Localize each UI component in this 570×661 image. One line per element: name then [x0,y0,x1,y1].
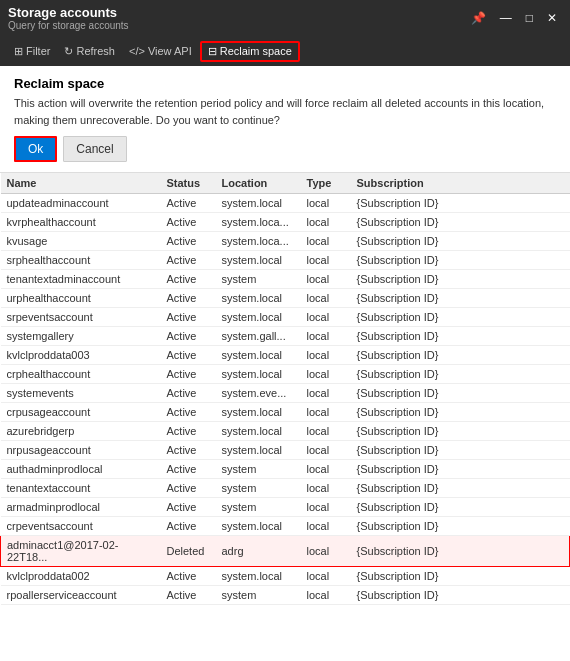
cell-name: systemevents [1,384,161,403]
cell-name: armadminprodlocal [1,498,161,517]
cell-status: Active [161,422,216,441]
table-row[interactable]: crpusageaccountActivesystem.locallocal{S… [1,403,570,422]
cell-status: Active [161,586,216,605]
filter-button[interactable]: ⊞ Filter [8,43,56,60]
cell-type: local [301,327,351,346]
cell-name: updateadminaccount [1,194,161,213]
cell-type: local [301,213,351,232]
cell-status: Active [161,232,216,251]
view-api-button[interactable]: </> View API [123,43,198,59]
table-row[interactable]: srphealthaccountActivesystem.locallocal{… [1,251,570,270]
cell-subscription: {Subscription ID} [351,498,570,517]
cell-type: local [301,384,351,403]
cell-name: kvlclproddata002 [1,567,161,586]
cell-subscription: {Subscription ID} [351,194,570,213]
cell-subscription: {Subscription ID} [351,251,570,270]
cell-name: kvrphealthaccount [1,213,161,232]
cell-type: local [301,270,351,289]
table-row[interactable]: crpeventsaccountActivesystem.locallocal{… [1,517,570,536]
filter-label: Filter [26,45,50,57]
cell-status: Active [161,365,216,384]
cell-name: srpeventsaccount [1,308,161,327]
cell-name: tenantextaccount [1,479,161,498]
cell-name: srphealthaccount [1,251,161,270]
table-row[interactable]: azurebridgerpActivesystem.locallocal{Sub… [1,422,570,441]
table-row[interactable]: kvlclproddata003Activesystem.locallocal{… [1,346,570,365]
toolbar: ⊞ Filter ↻ Refresh </> View API ⊟ Reclai… [0,36,570,66]
window-subtitle: Query for storage accounts [8,20,129,31]
table-row[interactable]: armadminprodlocalActivesystemlocal{Subsc… [1,498,570,517]
table-header: Name Status Location Type Subscription [1,173,570,194]
table-row[interactable]: tenantextaccountActivesystemlocal{Subscr… [1,479,570,498]
cell-location: system [216,498,301,517]
cell-location: system.local [216,308,301,327]
cell-location: system.eve... [216,384,301,403]
cell-location: system [216,586,301,605]
cell-location: system.local [216,365,301,384]
table-row[interactable]: srpeventsaccountActivesystem.locallocal{… [1,308,570,327]
maximize-button[interactable]: □ [521,9,538,27]
col-header-name: Name [1,173,161,194]
table-row[interactable]: kvlclproddata002Activesystem.locallocal{… [1,567,570,586]
table-row[interactable]: kvusageActivesystem.loca...local{Subscri… [1,232,570,251]
pin-button[interactable]: 📌 [466,9,491,27]
cell-type: local [301,194,351,213]
table-container[interactable]: Name Status Location Type Subscription u… [0,173,570,661]
cell-status: Active [161,441,216,460]
cell-subscription: {Subscription ID} [351,517,570,536]
cell-location: system.local [216,289,301,308]
cell-subscription: {Subscription ID} [351,479,570,498]
table-row[interactable]: adminacct1@2017-02-22T18...Deletedadrglo… [1,536,570,567]
title-bar-left: Storage accounts Query for storage accou… [8,5,129,31]
cell-type: local [301,365,351,384]
table-row[interactable]: rpoallerserviceaccountActivesystemlocal{… [1,586,570,605]
table-body: updateadminaccountActivesystem.localloca… [1,194,570,605]
refresh-button[interactable]: ↻ Refresh [58,43,121,60]
reclaim-label: Reclaim space [220,45,292,57]
cell-type: local [301,251,351,270]
reclaim-space-button[interactable]: ⊟ Reclaim space [200,41,300,62]
ok-button[interactable]: Ok [14,136,57,162]
cell-location: system.loca... [216,213,301,232]
cell-subscription: {Subscription ID} [351,403,570,422]
table-row[interactable]: kvrphealthaccountActivesystem.loca...loc… [1,213,570,232]
close-button[interactable]: ✕ [542,9,562,27]
reclaim-icon: ⊟ [208,45,217,58]
cell-status: Deleted [161,536,216,567]
table-row[interactable]: urphealthaccountActivesystem.locallocal{… [1,289,570,308]
cell-name: nrpusageaccount [1,441,161,460]
cell-name: crphealthaccount [1,365,161,384]
cell-status: Active [161,460,216,479]
cell-status: Active [161,327,216,346]
reclaim-title: Reclaim space [14,76,556,91]
cell-type: local [301,517,351,536]
table-row[interactable]: systemeventsActivesystem.eve...local{Sub… [1,384,570,403]
col-header-location: Location [216,173,301,194]
cell-name: crpusageaccount [1,403,161,422]
cell-subscription: {Subscription ID} [351,567,570,586]
col-header-type: Type [301,173,351,194]
cell-subscription: {Subscription ID} [351,422,570,441]
cell-subscription: {Subscription ID} [351,213,570,232]
cell-location: system [216,460,301,479]
cell-status: Active [161,270,216,289]
minimize-button[interactable]: — [495,9,517,27]
cell-type: local [301,498,351,517]
cell-type: local [301,586,351,605]
table-row[interactable]: crphealthaccountActivesystem.locallocal{… [1,365,570,384]
table-row[interactable]: authadminprodlocalActivesystemlocal{Subs… [1,460,570,479]
cell-type: local [301,441,351,460]
table-row[interactable]: tenantextadminaccountActivesystemlocal{S… [1,270,570,289]
cell-type: local [301,232,351,251]
cell-name: crpeventsaccount [1,517,161,536]
cancel-button[interactable]: Cancel [63,136,126,162]
view-api-icon: </> [129,45,145,57]
window-title: Storage accounts [8,5,129,20]
cell-location: adrg [216,536,301,567]
table-row[interactable]: nrpusageaccountActivesystem.locallocal{S… [1,441,570,460]
cell-status: Active [161,346,216,365]
cell-status: Active [161,289,216,308]
table-row[interactable]: systemgalleryActivesystem.gall...local{S… [1,327,570,346]
cell-status: Active [161,251,216,270]
table-row[interactable]: updateadminaccountActivesystem.localloca… [1,194,570,213]
